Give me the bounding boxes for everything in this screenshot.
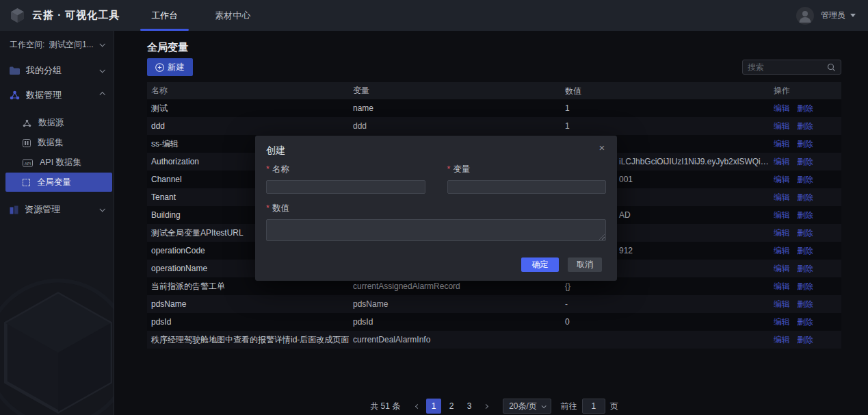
required-mark: * [266, 164, 269, 175]
user-menu[interactable]: 管理员 [796, 7, 856, 25]
row-variable-cell: currentDealAlarmInfo [349, 331, 561, 349]
next-page-button[interactable] [478, 399, 493, 414]
sidebar-item-datasource[interactable]: 数据源 [0, 113, 114, 133]
delete-link[interactable]: 删除 [797, 334, 813, 346]
sidebar-item-my-groups[interactable]: 我的分组 [0, 58, 114, 83]
modal-footer: 确定 取消 [266, 257, 606, 272]
header-name: 名称 [147, 82, 349, 99]
value-textarea[interactable] [266, 219, 606, 241]
row-name-cell: ddd [147, 117, 349, 135]
sidebar-item-global-variables[interactable]: 全局变量 [5, 173, 112, 192]
select-chevron-icon [542, 403, 547, 408]
edit-link[interactable]: 编辑 [774, 192, 790, 203]
row-actions-cell: 编辑删除 [770, 331, 841, 349]
edit-link[interactable]: 编辑 [774, 316, 790, 328]
sidebar-item-label: 数据管理 [26, 89, 62, 101]
row-actions-cell: 编辑删除 [770, 153, 841, 171]
row-variable-cell: pdsId [349, 313, 561, 331]
row-name-cell: pdsId [147, 313, 349, 331]
edit-link[interactable]: 编辑 [774, 245, 790, 257]
sidebar-item-api-dataset[interactable]: API API 数据集 [0, 153, 114, 173]
create-modal: 创建 × *名称 *变量 *数值 确定 取消 [255, 136, 617, 281]
brand-title: 云搭 · 可视化工具 [32, 9, 120, 22]
cancel-button[interactable]: 取消 [568, 257, 602, 272]
edit-link[interactable]: 编辑 [774, 174, 790, 186]
edit-link[interactable]: 编辑 [774, 227, 790, 239]
delete-link[interactable]: 删除 [797, 138, 813, 150]
delete-link[interactable]: 删除 [797, 281, 813, 292]
toolbar: 新建 [147, 58, 841, 76]
close-icon[interactable]: × [596, 142, 608, 154]
row-actions-cell: 编辑删除 [770, 99, 841, 117]
top-bar: 云搭 · 可视化工具 工作台 素材中心 管理员 [0, 0, 868, 31]
data-management-submenu: 数据源 数据集 API API 数据集 全局变量 [0, 113, 114, 192]
tab-material-center-label: 素材中心 [215, 10, 250, 22]
delete-link[interactable]: 删除 [797, 103, 813, 114]
delete-link[interactable]: 删除 [797, 299, 813, 310]
edit-link[interactable]: 编辑 [774, 334, 790, 346]
page-button[interactable]: 3 [462, 399, 477, 414]
datasource-icon [23, 119, 31, 127]
table-row: 秩序经理驾驶舱地图中查看的报警详情id-后面改成页面变量currentDealA… [147, 331, 841, 349]
row-actions-cell: 编辑删除 [770, 313, 841, 331]
workspace-label: 工作空间: 测试空间1... [10, 39, 94, 51]
sidebar-item-resource-management[interactable]: 资源管理 [0, 197, 114, 222]
sidebar-item-label: 资源管理 [25, 203, 60, 216]
edit-link[interactable]: 编辑 [774, 156, 790, 168]
delete-link[interactable]: 删除 [797, 245, 813, 257]
variable-input[interactable] [447, 180, 607, 194]
field-value-label: *数值 [266, 203, 606, 214]
goto-page-input[interactable] [582, 399, 605, 414]
tab-material-center[interactable]: 素材中心 [204, 0, 261, 31]
search-box [742, 60, 841, 75]
edit-link[interactable]: 编辑 [774, 299, 790, 310]
edit-link[interactable]: 编辑 [774, 138, 790, 150]
delete-link[interactable]: 删除 [797, 192, 813, 203]
prev-page-button[interactable] [410, 399, 425, 414]
delete-link[interactable]: 删除 [797, 121, 813, 132]
workspace-selector[interactable]: 工作空间: 测试空间1... [0, 31, 114, 58]
edit-link[interactable]: 编辑 [774, 263, 790, 275]
search-icon [827, 63, 836, 72]
page-button[interactable]: 1 [426, 399, 441, 414]
sidebar-item-dataset[interactable]: 数据集 [0, 133, 114, 153]
delete-link[interactable]: 删除 [797, 210, 813, 221]
row-actions-cell: 编辑删除 [770, 295, 841, 313]
delete-link[interactable]: 删除 [797, 263, 813, 275]
page-button[interactable]: 2 [444, 399, 459, 414]
search-input[interactable] [748, 62, 827, 72]
sidebar: 工作空间: 测试空间1... 我的分组 数据管理 数据源 [0, 31, 114, 415]
table-row: 测试name1编辑删除 [147, 99, 841, 117]
row-name-cell: 秩序经理驾驶舱地图中查看的报警详情id-后面改成页面变量 [147, 331, 349, 349]
create-button-label: 新建 [168, 62, 185, 73]
chevron-up-icon [99, 92, 105, 97]
plus-circle-icon [155, 63, 164, 72]
row-actions-cell: 编辑删除 [770, 277, 841, 295]
delete-link[interactable]: 删除 [797, 316, 813, 328]
page-size-select[interactable]: 20条/页 [503, 399, 551, 414]
row-actions-cell: 编辑删除 [770, 135, 841, 153]
field-name: *名称 [266, 164, 425, 194]
create-button[interactable]: 新建 [147, 58, 193, 76]
delete-link[interactable]: 删除 [797, 156, 813, 168]
tab-workbench[interactable]: 工作台 [140, 0, 189, 31]
row-actions-cell: 编辑删除 [770, 242, 841, 260]
edit-link[interactable]: 编辑 [774, 210, 790, 221]
api-dataset-icon: API [23, 159, 33, 167]
edit-link[interactable]: 编辑 [774, 103, 790, 114]
sidebar-item-data-management[interactable]: 数据管理 [0, 83, 114, 108]
data-manage-icon [10, 90, 20, 100]
row-value-cell: 0 [561, 313, 770, 331]
row-actions-cell: 编辑删除 [770, 117, 841, 135]
sidebar-item-label: 我的分组 [26, 64, 62, 77]
delete-link[interactable]: 删除 [797, 174, 813, 186]
edit-link[interactable]: 编辑 [774, 121, 790, 132]
delete-link[interactable]: 删除 [797, 227, 813, 239]
name-input[interactable] [266, 180, 425, 194]
sidebar-item-label: API 数据集 [40, 157, 81, 168]
row-variable-cell: pdsName [349, 295, 561, 313]
confirm-button[interactable]: 确定 [521, 257, 559, 272]
row-actions-cell: 编辑删除 [770, 260, 841, 277]
edit-link[interactable]: 编辑 [774, 281, 790, 292]
top-tabs: 工作台 素材中心 [140, 0, 276, 31]
